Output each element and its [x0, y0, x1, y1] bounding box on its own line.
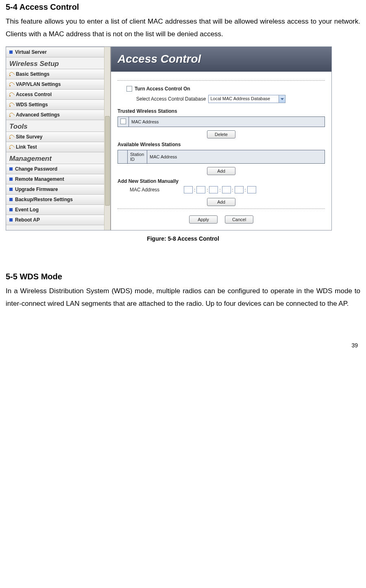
- sidebar-item-wds-settings[interactable]: WDS Settings: [6, 99, 104, 110]
- sidebar-item-upgrade-firmware[interactable]: Upgrade Firmware: [6, 184, 104, 195]
- sidebar-item-change-password[interactable]: Change Password: [6, 164, 104, 174]
- turn-access-control-label: Turn Access Control On: [135, 85, 190, 92]
- page-title: Access Control: [111, 47, 331, 73]
- sidebar-item-vap-vlan[interactable]: VAP/VLAN Settings: [6, 79, 104, 90]
- sidebar-item-label: Basic Settings: [16, 71, 50, 77]
- mac-octet-5[interactable]: [235, 186, 244, 193]
- turn-access-control-checkbox[interactable]: [126, 86, 132, 92]
- sidebar-item-label: WDS Settings: [16, 102, 48, 108]
- apply-button[interactable]: Apply: [189, 215, 218, 224]
- sidebar-group-tools: Tools: [6, 120, 104, 132]
- delete-button[interactable]: Delete: [207, 130, 235, 138]
- chevron-down-icon: [279, 95, 285, 103]
- sidebar-item-label: Change Password: [15, 166, 57, 172]
- sidebar-item-label: Upgrade Firmware: [15, 186, 58, 192]
- wifi-icon: [9, 145, 13, 149]
- sidebar-item-link-test[interactable]: Link Test: [6, 142, 104, 152]
- wifi-icon: [9, 103, 13, 107]
- cancel-button[interactable]: Cancel: [225, 215, 253, 224]
- screenshot-panel: Virtual Server Wireless Setup Basic Sett…: [6, 46, 332, 230]
- available-stations-table: Station ID MAC Address: [118, 150, 325, 164]
- table-row: Station ID MAC Address: [118, 150, 325, 163]
- add-button[interactable]: Add: [207, 167, 235, 175]
- section-5-5-heading: 5-5 WDS Mode: [0, 270, 366, 285]
- column-station-id: Station ID: [128, 150, 147, 163]
- wifi-icon: [9, 92, 13, 97]
- square-icon: [9, 178, 13, 181]
- sidebar-item-label: Site Survey: [16, 134, 42, 140]
- sidebar-item-label: Advanced Settings: [16, 112, 60, 118]
- wifi-icon: [9, 82, 13, 86]
- sidebar-item-remote-management[interactable]: Remote Management: [6, 174, 104, 184]
- add-manual-button[interactable]: Add: [207, 198, 235, 206]
- page-number: 39: [0, 314, 366, 353]
- wifi-icon: [9, 72, 13, 76]
- sidebar-item-backup-restore[interactable]: Backup/Restore Settings: [6, 194, 104, 205]
- sidebar-item-site-survey[interactable]: Site Survey: [6, 132, 104, 142]
- square-icon: [9, 208, 13, 211]
- wifi-icon: [9, 135, 13, 139]
- mac-octet-6[interactable]: [247, 186, 256, 193]
- sidebar-item-label: VAP/VLAN Settings: [16, 81, 61, 87]
- sidebar-item-reboot-ap[interactable]: Reboot AP: [6, 215, 104, 225]
- sidebar-group-management: Management: [6, 152, 104, 164]
- section-5-4-heading: 5-4 Access Control: [0, 0, 366, 15]
- section-5-4-body: This feature allows you to enter a list …: [0, 15, 366, 44]
- square-icon: [9, 218, 13, 222]
- scrollbar[interactable]: [104, 47, 110, 230]
- main-panel: Access Control Turn Access Control On Se…: [111, 47, 331, 230]
- colon: :: [244, 187, 246, 192]
- sidebar-item-event-log[interactable]: Event Log: [6, 204, 104, 215]
- sidebar: Virtual Server Wireless Setup Basic Sett…: [6, 47, 111, 230]
- column-mac-address: MAC Address: [147, 150, 325, 163]
- section-5-5-body: In a Wireless Distribution System (WDS) …: [0, 285, 366, 314]
- square-icon: [9, 50, 13, 54]
- mac-address-input-group: : : : : :: [184, 186, 256, 193]
- square-icon: [9, 167, 13, 171]
- select-all-checkbox[interactable]: [120, 118, 126, 124]
- mac-octet-4[interactable]: [222, 186, 231, 193]
- available-stations-heading: Available Wireless Stations: [118, 139, 325, 148]
- divider: [118, 80, 325, 81]
- trusted-stations-table: MAC Address: [118, 116, 325, 127]
- colon: :: [219, 187, 221, 192]
- colon: :: [206, 187, 208, 192]
- sidebar-item-virtual-server[interactable]: Virtual Server: [6, 47, 104, 57]
- trusted-stations-heading: Trusted Wireless Stations: [118, 104, 325, 115]
- scroll-thumb[interactable]: [105, 116, 110, 206]
- sidebar-item-advanced-settings[interactable]: Advanced Settings: [6, 110, 104, 120]
- sidebar-item-label: Reboot AP: [15, 217, 40, 223]
- column-mac-address: MAC Address: [129, 116, 325, 127]
- select-value: Local MAC Address Database: [210, 96, 270, 101]
- sidebar-group-wireless: Wireless Setup: [6, 57, 104, 69]
- sidebar-item-label: Link Test: [16, 144, 37, 150]
- select-db-label: Select Access Control Database: [136, 96, 206, 102]
- figure-caption: Figure: 5-8 Access Control: [0, 233, 366, 253]
- divider: [118, 208, 325, 209]
- sidebar-item-access-control[interactable]: Access Control: [6, 89, 104, 100]
- sidebar-item-label: Remote Management: [15, 176, 64, 182]
- wifi-icon: [9, 113, 13, 117]
- sidebar-item-label: Backup/Restore Settings: [15, 197, 73, 202]
- table-row: MAC Address: [118, 116, 325, 127]
- access-control-db-select[interactable]: Local MAC Address Database: [208, 95, 285, 103]
- mac-octet-3[interactable]: [209, 186, 218, 193]
- square-icon: [9, 188, 13, 191]
- sidebar-item-basic-settings[interactable]: Basic Settings: [6, 69, 104, 79]
- mac-octet-1[interactable]: [184, 186, 193, 193]
- square-icon: [9, 198, 13, 201]
- colon: :: [232, 187, 234, 192]
- mac-address-label: MAC Address: [130, 187, 159, 193]
- sidebar-item-label: Event Log: [15, 207, 39, 213]
- sidebar-item-label: Virtual Server: [15, 49, 47, 55]
- colon: :: [194, 187, 196, 192]
- sidebar-item-label: Access Control: [16, 92, 52, 97]
- mac-octet-2[interactable]: [196, 186, 205, 193]
- add-manual-heading: Add New Station Manually: [118, 176, 325, 185]
